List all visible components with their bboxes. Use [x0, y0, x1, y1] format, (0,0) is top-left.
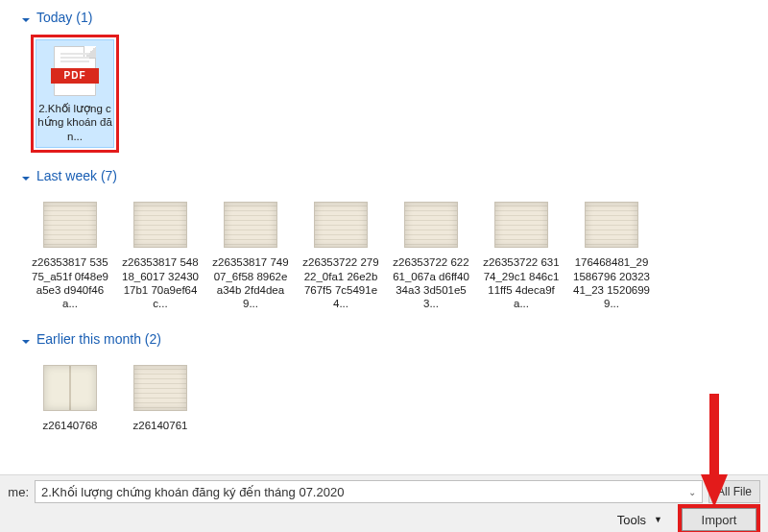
file-item-pdf[interactable]: PDF 2.Khối lượng chứng khoán đăn... — [36, 39, 114, 148]
filter-label: All File — [717, 485, 752, 498]
image-thumbnail-icon — [404, 198, 458, 252]
file-label: z26353817 74907_6f58 8962ea34b 2fd4dea9.… — [211, 255, 290, 311]
annotation-highlight-import: Import — [678, 504, 760, 532]
file-item[interactable]: z26353817 54818_6017 3243017b1 70a9ef64c… — [121, 193, 200, 316]
annotation-highlight-pdf: PDF 2.Khối lượng chứng khoán đăn... — [31, 35, 119, 153]
image-thumbnail-icon — [133, 361, 187, 415]
file-label: z26140761 — [121, 419, 200, 432]
file-item[interactable]: z26140768 — [31, 356, 109, 437]
group-header-earlier[interactable]: Earlier this month (2) — [21, 331, 768, 347]
group-label: Today (1) — [36, 10, 92, 25]
image-thumbnail-icon — [314, 198, 368, 252]
group-header-lastweek[interactable]: Last week (7) — [21, 168, 768, 183]
import-label: Import — [702, 513, 737, 527]
filename-value: 2.Khối lượng chứng khoán đăng ký đến thá… — [41, 485, 344, 499]
chevron-down-icon — [21, 334, 31, 344]
image-thumbnail-icon — [494, 198, 548, 252]
file-label: 2.Khối lượng chứng khoán đăn... — [36, 102, 114, 143]
file-item[interactable]: z26353722 63174_29c1 846c111ff5 4deca9fa… — [482, 193, 561, 316]
file-label: z26353722 27922_0fa1 26e2b767f5 7c5491e4… — [301, 255, 380, 311]
import-button[interactable]: Import — [682, 508, 756, 531]
file-label: z26353817 54818_6017 3243017b1 70a9ef64c… — [121, 255, 200, 311]
file-grid-today: PDF 2.Khối lượng chứng khoán đăn... — [13, 31, 768, 162]
group-header-today[interactable]: Today (1) — [21, 10, 768, 25]
file-label: z26353722 63174_29c1 846c111ff5 4deca9fa… — [482, 255, 561, 311]
chevron-down-icon: ⌄ — [688, 487, 696, 497]
pdf-icon: PDF — [48, 44, 102, 98]
group-label: Last week (7) — [36, 168, 117, 183]
image-thumbnail-icon — [585, 198, 638, 252]
file-label: 176468481_291586796 2032341_23 15206999.… — [572, 255, 651, 311]
file-item[interactable]: z26353722 27922_0fa1 26e2b767f5 7c5491e4… — [301, 193, 380, 316]
bottom-bar: me: 2.Khối lượng chứng khoán đăng ký đến… — [0, 474, 768, 532]
file-item[interactable]: 176468481_291586796 2032341_23 15206999.… — [572, 193, 651, 316]
file-item[interactable]: z26353817 74907_6f58 8962ea34b 2fd4dea9.… — [211, 193, 290, 316]
file-list-pane: Today (1) PDF 2.Khối lượng chứng khoán đ… — [13, 0, 768, 474]
file-label: z26353722 62261_067a d6ff4034a3 3d501e53… — [392, 255, 470, 311]
file-label: z26353817 53575_a51f 0f48e9a5e3 d940f46a… — [31, 255, 109, 311]
chevron-down-icon — [21, 171, 31, 181]
image-thumbnail-icon — [43, 198, 97, 252]
tools-label: Tools — [617, 513, 646, 527]
filename-combobox[interactable]: 2.Khối lượng chứng khoán đăng ký đến thá… — [35, 480, 703, 503]
tools-menu[interactable]: Tools ▼ — [617, 513, 662, 527]
file-item[interactable]: z26353817 53575_a51f 0f48e9a5e3 d940f46a… — [31, 193, 109, 316]
chevron-down-icon — [21, 12, 31, 22]
file-item[interactable]: z26353722 62261_067a d6ff4034a3 3d501e53… — [392, 193, 470, 316]
group-label: Earlier this month (2) — [36, 331, 161, 347]
image-thumbnail-icon — [224, 198, 277, 252]
image-thumbnail-icon — [133, 198, 187, 252]
file-type-filter[interactable]: All File — [708, 480, 760, 503]
image-thumbnail-icon — [43, 361, 97, 415]
file-grid-lastweek: z26353817 53575_a51f 0f48e9a5e3 d940f46a… — [13, 189, 768, 326]
file-item[interactable]: z26140761 — [121, 356, 200, 437]
file-label: z26140768 — [31, 419, 109, 432]
chevron-down-icon: ▼ — [654, 515, 662, 524]
file-grid-earlier: z26140768 z26140761 — [13, 352, 768, 447]
filename-label: me: — [8, 485, 29, 499]
